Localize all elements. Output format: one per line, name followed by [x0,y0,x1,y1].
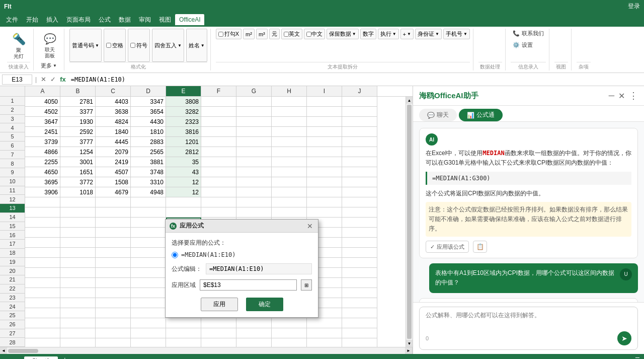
cell-A8[interactable]: 4650 [25,167,60,177]
cell-J12[interactable] [342,207,377,218]
cell-A22[interactable] [25,308,60,318]
cell-C1[interactable]: 4403 [96,97,131,107]
dialog-confirm-btn[interactable]: 确定 [246,298,283,311]
col-header-D[interactable]: D [131,86,166,96]
cell-D6[interactable]: 2565 [131,147,166,157]
scroll-thumb-h[interactable] [8,349,38,353]
cell-A23[interactable] [25,318,60,328]
cell-J5[interactable] [342,137,377,147]
dialog-apply-btn[interactable]: 应用 [201,298,238,311]
cell-C3[interactable]: 4824 [96,117,131,127]
row-num-22[interactable]: 22 [0,284,25,294]
cell-I25[interactable] [307,338,342,347]
cell-B25[interactable] [60,338,96,347]
cell-D17[interactable] [131,258,166,268]
cell-C10[interactable]: 4679 [96,187,131,197]
cell-C11[interactable] [96,197,131,207]
cell-F3[interactable] [201,117,236,127]
cell-J24[interactable] [342,328,377,338]
cell-E2[interactable]: 3282 [166,107,201,117]
ai-minimize-btn[interactable]: ─ [609,91,614,100]
row-num-4[interactable]: 4 [0,123,25,132]
h-scroll-track[interactable] [7,347,405,354]
ai-more-btn[interactable]: ⋮ [629,90,638,101]
cell-F23[interactable] [201,318,236,328]
cell-E23[interactable] [166,318,201,328]
cell-D12[interactable] [131,207,166,218]
chinese-checkbox[interactable] [306,32,311,37]
cell-A4[interactable]: 2451 [25,127,60,137]
scroll-thumb-v[interactable] [407,105,412,339]
cell-H11[interactable] [272,197,307,207]
menu-item-formula[interactable]: 公式 [95,14,115,26]
cell-A13[interactable] [25,218,60,228]
scrollbar-v[interactable]: ▲ ▼ [406,97,413,347]
dialog-close-btn[interactable]: ✕ [306,222,314,230]
text-yuan[interactable]: 元 [269,29,280,39]
menu-item-insert[interactable]: 插入 [42,14,62,26]
menu-item-review[interactable]: 审阅 [135,14,155,26]
cell-A24[interactable] [25,328,60,338]
row-num-8[interactable]: 8 [0,159,25,168]
cell-A25[interactable] [25,338,60,347]
text-number[interactable]: 数字 [360,29,376,39]
col-header-E[interactable]: E [166,86,201,96]
menu-item-view[interactable]: 视图 [155,14,175,26]
cell-F2[interactable] [201,107,236,117]
cell-F8[interactable] [201,167,236,177]
cell-I7[interactable] [307,157,342,167]
cell-E3[interactable]: 2323 [166,117,201,127]
cell-E25[interactable] [166,338,201,347]
cell-E1[interactable]: 3808 [166,97,201,107]
cell-A1[interactable]: 4050 [25,97,60,107]
col-header-I[interactable]: I [307,86,342,96]
cell-G6[interactable] [236,147,272,157]
formula-fx-icon[interactable]: fx [59,75,67,84]
cell-G1[interactable] [236,97,272,107]
info-contact[interactable]: 📞 联系我们 [511,29,546,38]
cell-B8[interactable]: 1651 [60,167,96,177]
col-header-H[interactable]: H [272,86,307,96]
cell-J7[interactable] [342,157,377,167]
cell-A21[interactable] [25,298,60,308]
sheet-tab-1[interactable]: Sheet1 [24,356,58,359]
cell-I23[interactable] [307,318,342,328]
cell-J15[interactable] [342,238,377,248]
menu-item-officeai[interactable]: OfficeAI [175,14,204,25]
cell-B14[interactable] [60,228,96,238]
cell-A20[interactable] [25,288,60,298]
cell-C9[interactable]: 1508 [96,177,131,187]
cell-C18[interactable] [96,268,131,278]
cell-D24[interactable] [131,328,166,338]
cell-F12[interactable] [201,207,236,218]
cell-H12[interactable] [272,207,307,218]
cell-A7[interactable]: 2255 [25,157,60,167]
cell-B3[interactable]: 1930 [60,117,96,127]
cell-F7[interactable] [201,157,236,167]
cell-F11[interactable] [201,197,236,207]
cell-C24[interactable] [96,328,131,338]
row-num-10[interactable]: 10 [0,177,25,186]
cell-H7[interactable] [272,157,307,167]
cell-F1[interactable] [201,97,236,107]
row-num-28[interactable]: 28 [0,338,25,347]
cell-H8[interactable] [272,167,307,177]
cell-A3[interactable]: 3647 [25,117,60,127]
row-num-19[interactable]: 19 [0,258,25,267]
format-symbol[interactable]: 符号 [128,29,150,62]
cell-H9[interactable] [272,177,307,187]
cell-C21[interactable] [96,298,131,308]
cell-H6[interactable] [272,147,307,157]
cell-H1[interactable] [272,97,307,107]
row-num-26[interactable]: 26 [0,320,25,329]
cell-B18[interactable] [60,268,96,278]
cell-F24[interactable] [201,328,236,338]
cell-I1[interactable] [307,97,342,107]
cell-H4[interactable] [272,127,307,137]
row-num-18[interactable]: 18 [0,249,25,258]
cell-J6[interactable] [342,147,377,157]
formula-check-icon[interactable]: ✓ [49,75,57,84]
cell-J23[interactable] [342,318,377,328]
formula-cross-icon[interactable]: ✕ [40,75,47,84]
cell-J17[interactable] [342,258,377,268]
